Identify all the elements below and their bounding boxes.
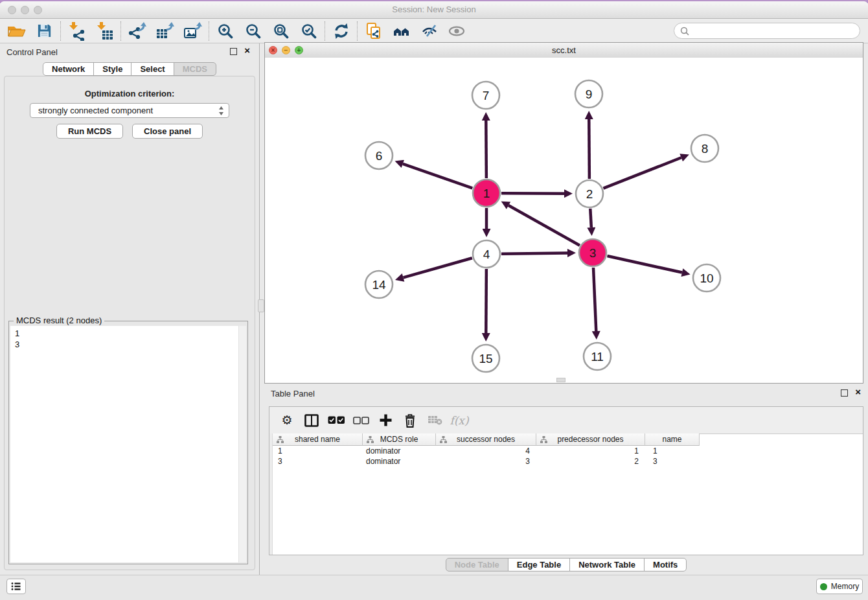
save-icon bbox=[36, 23, 52, 39]
toolbar-separator bbox=[325, 21, 325, 41]
unselect-all-button[interactable] bbox=[348, 410, 373, 432]
network-canvas[interactable]: 1234678910111415 bbox=[265, 58, 863, 383]
tab-motifs[interactable]: Motifs bbox=[644, 558, 687, 571]
tab-edge-table[interactable]: Edge Table bbox=[508, 558, 570, 571]
import-network-button[interactable] bbox=[63, 20, 91, 42]
table-cell[interactable]: 3 bbox=[273, 457, 363, 466]
graph-edge-2-3[interactable] bbox=[590, 209, 591, 227]
close-panel-button[interactable]: Close panel bbox=[132, 124, 203, 139]
criterion-dropdown[interactable]: strongly connected component bbox=[30, 103, 229, 118]
delete-column-button[interactable] bbox=[398, 410, 422, 432]
columns-icon bbox=[304, 414, 319, 427]
zoom-fit-button[interactable] bbox=[267, 20, 295, 42]
graph-edge-3-10[interactable] bbox=[607, 256, 681, 273]
export-table-button[interactable] bbox=[151, 20, 179, 42]
plus-icon bbox=[379, 413, 393, 427]
graph-edge-3-1[interactable] bbox=[508, 205, 580, 246]
table-cell[interactable]: 1 bbox=[645, 446, 700, 456]
graph-edge-2-9[interactable] bbox=[589, 119, 589, 179]
table-row[interactable]: 1dominator411 bbox=[273, 446, 863, 456]
create-column-button[interactable] bbox=[373, 410, 398, 432]
graph-edge-3-11[interactable] bbox=[593, 268, 596, 331]
table-cell[interactable]: 2 bbox=[536, 457, 645, 466]
search-field[interactable] bbox=[674, 23, 860, 39]
graph-node-label: 1 bbox=[483, 187, 490, 200]
trash-icon bbox=[404, 413, 416, 428]
float-table-panel-icon[interactable] bbox=[841, 389, 848, 397]
show-columns-button[interactable] bbox=[299, 410, 324, 432]
import-table-button[interactable] bbox=[91, 20, 119, 42]
graph-node-label: 11 bbox=[591, 350, 604, 363]
table-cell[interactable]: 1 bbox=[273, 446, 363, 456]
zoom-fit-icon bbox=[273, 23, 289, 39]
tab-network[interactable]: Network bbox=[43, 62, 94, 76]
table-cell[interactable]: dominator bbox=[363, 446, 436, 456]
delete-table-icon bbox=[428, 415, 442, 425]
graph-edge-4-14[interactable] bbox=[404, 258, 472, 277]
export-image-icon bbox=[183, 22, 203, 40]
table-cell[interactable]: 3 bbox=[645, 457, 700, 466]
memory-status-icon bbox=[820, 583, 827, 590]
zoom-selected-button[interactable] bbox=[295, 20, 323, 42]
mcds-buttons-row: Run MCDS Close panel bbox=[5, 124, 255, 139]
table-toolbar: ⚙ bbox=[269, 407, 863, 434]
toolbar-separator bbox=[120, 21, 121, 41]
float-panel-icon[interactable] bbox=[230, 48, 237, 55]
toolbar-separator bbox=[357, 21, 358, 41]
graph-edge-1-2[interactable] bbox=[501, 193, 564, 194]
search-input[interactable] bbox=[692, 25, 860, 36]
import-network-icon bbox=[68, 21, 86, 41]
save-session-button[interactable] bbox=[30, 20, 58, 42]
splitter-handle[interactable] bbox=[258, 299, 264, 312]
duplicate-network-button[interactable] bbox=[360, 20, 387, 42]
export-network-button[interactable] bbox=[123, 20, 151, 42]
zoom-out-button[interactable] bbox=[239, 20, 267, 42]
column-header-name[interactable]: name bbox=[645, 433, 700, 446]
network-view-titlebar[interactable]: × − + scc.txt bbox=[265, 43, 863, 58]
tab-mcds[interactable]: MCDS bbox=[174, 62, 216, 76]
tab-network-table[interactable]: Network Table bbox=[569, 558, 645, 571]
network-hscroll-thumb[interactable] bbox=[556, 378, 565, 382]
column-header-mcds-role[interactable]: MCDS role bbox=[363, 433, 436, 446]
column-header-shared-name[interactable]: shared name bbox=[273, 433, 363, 446]
hide-selected-button[interactable] bbox=[415, 20, 443, 42]
task-history-button[interactable] bbox=[6, 579, 26, 594]
graph-edge-2-8[interactable] bbox=[603, 157, 681, 188]
graph-edge-1-6[interactable] bbox=[403, 164, 472, 189]
zoom-in-button[interactable] bbox=[211, 20, 239, 42]
first-neighbors-button[interactable] bbox=[387, 20, 415, 42]
export-image-button[interactable] bbox=[179, 20, 207, 42]
close-panel-icon[interactable]: × bbox=[244, 45, 250, 56]
show-all-button[interactable] bbox=[443, 20, 471, 42]
function-builder-button[interactable]: f(x) bbox=[447, 410, 472, 432]
open-session-button[interactable] bbox=[3, 20, 30, 42]
column-header-predecessor-nodes[interactable]: predecessor nodes bbox=[536, 433, 645, 446]
toolbar-separator bbox=[209, 21, 209, 41]
delete-table-button[interactable] bbox=[422, 410, 447, 432]
tab-select[interactable]: Select bbox=[131, 62, 174, 76]
table-cell[interactable]: 3 bbox=[436, 457, 536, 466]
tab-node-table[interactable]: Node Table bbox=[446, 558, 508, 571]
memory-button[interactable]: Memory bbox=[816, 579, 863, 594]
graph-edge-1-7[interactable] bbox=[486, 121, 486, 178]
table-row[interactable]: 3dominator323 bbox=[273, 456, 863, 467]
eye-slash-icon bbox=[421, 23, 438, 39]
mcds-result-area[interactable]: 1 3 bbox=[10, 326, 246, 562]
column-header-successor-nodes[interactable]: successor nodes bbox=[436, 433, 536, 446]
application-window: Session: New Session bbox=[0, 0, 868, 600]
graph-edge-4-3[interactable] bbox=[501, 253, 567, 253]
table-cell[interactable]: 4 bbox=[436, 446, 536, 456]
table-cell[interactable]: 1 bbox=[536, 446, 645, 456]
fx-icon: f(x) bbox=[450, 414, 468, 427]
select-all-button[interactable] bbox=[324, 410, 348, 432]
graph-edge-4-15[interactable] bbox=[486, 269, 486, 333]
table-settings-button[interactable]: ⚙ bbox=[275, 410, 299, 432]
close-table-panel-icon[interactable]: × bbox=[855, 386, 861, 398]
tab-style[interactable]: Style bbox=[93, 62, 131, 76]
apply-layout-button[interactable] bbox=[327, 20, 355, 42]
zoom-selected-icon bbox=[301, 23, 317, 39]
run-mcds-button[interactable]: Run MCDS bbox=[56, 124, 123, 139]
column-label: shared name bbox=[295, 435, 340, 444]
result-scrollbar[interactable] bbox=[238, 326, 246, 562]
table-cell[interactable]: dominator bbox=[363, 457, 436, 466]
